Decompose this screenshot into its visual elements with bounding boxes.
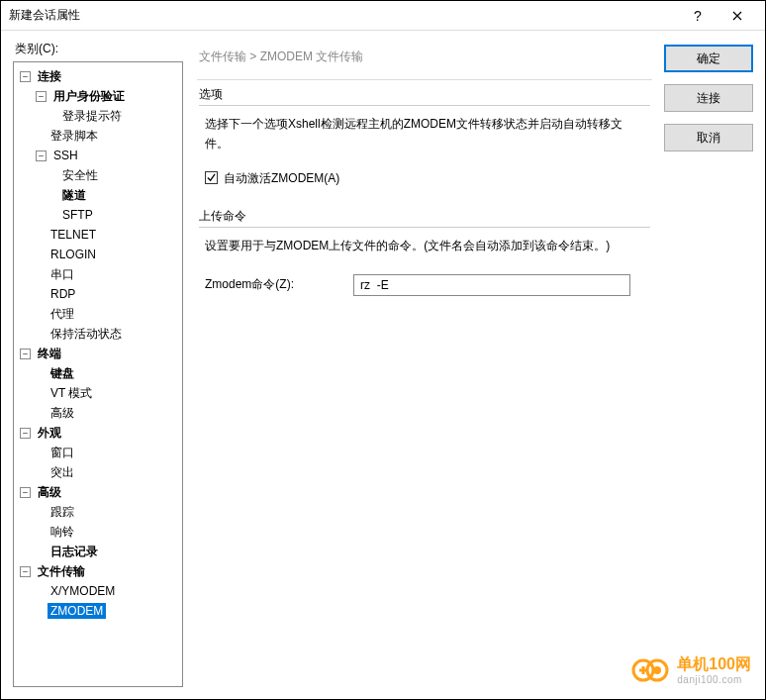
tree-item-window[interactable]: 窗口 bbox=[16, 443, 180, 462]
upload-title: 上传命令 bbox=[199, 208, 650, 227]
tree-item-trace[interactable]: 跟踪 bbox=[16, 502, 180, 522]
content: 类别(C): − 连接 − 用户身份验证 登录提示符 登录脚本 − SSH bbox=[1, 31, 765, 699]
tree-item-logging[interactable]: 日志记录 bbox=[16, 542, 180, 561]
tree-item-zmodem[interactable]: ZMODEM bbox=[16, 601, 180, 621]
tree-item-appearance[interactable]: − 外观 bbox=[16, 423, 180, 443]
watermark-line1: 单机100网 bbox=[677, 655, 751, 673]
svg-point-2 bbox=[653, 666, 661, 674]
watermark-line2: danji100.com bbox=[677, 674, 751, 686]
tree-item-keepalive[interactable]: 保持活动状态 bbox=[16, 324, 180, 344]
ok-button[interactable]: 确定 bbox=[664, 45, 753, 72]
tree-item-loginscript[interactable]: 登录脚本 bbox=[16, 126, 180, 146]
tree-item-keyboard[interactable]: 键盘 bbox=[16, 363, 180, 383]
window-title: 新建会话属性 bbox=[9, 7, 678, 24]
tree-item-rlogin[interactable]: RLOGIN bbox=[16, 245, 180, 264]
auto-activate-row[interactable]: 自动激活ZMODEM(A) bbox=[205, 168, 644, 188]
upload-desc: 设置要用于与ZMODEM上传文件的命令。(文件名会自动添加到该命令结束。) bbox=[205, 236, 644, 255]
tree-item-userauth[interactable]: − 用户身份验证 bbox=[16, 86, 180, 106]
left-panel: 类别(C): − 连接 − 用户身份验证 登录提示符 登录脚本 − SSH bbox=[13, 41, 183, 687]
breadcrumb: 文件传输 > ZMODEM 文件传输 bbox=[197, 41, 652, 80]
watermark: 单机100网 danji100.com bbox=[631, 655, 751, 685]
tree-item-terminal[interactable]: − 终端 bbox=[16, 344, 180, 363]
tree-item-ssh[interactable]: − SSH bbox=[16, 146, 180, 165]
auto-activate-label: 自动激活ZMODEM(A) bbox=[224, 168, 339, 188]
tree-item-highlight[interactable]: 突出 bbox=[16, 462, 180, 482]
tree-item-rdp[interactable]: RDP bbox=[16, 284, 180, 304]
options-title: 选项 bbox=[199, 86, 650, 105]
tree-item-tunnel[interactable]: 隧道 bbox=[16, 185, 180, 205]
options-group: 选项 选择下一个选项Xshell检测远程主机的ZMODEM文件转移状态并启动自动… bbox=[197, 86, 652, 202]
tree-item-telnet[interactable]: TELNET bbox=[16, 225, 180, 245]
tree-item-serial[interactable]: 串口 bbox=[16, 264, 180, 284]
tree-item-vtmode[interactable]: VT 模式 bbox=[16, 383, 180, 403]
tree-item-filetransfer[interactable]: − 文件传输 bbox=[16, 561, 180, 581]
main-panel: 文件传输 > ZMODEM 文件传输 选项 选择下一个选项Xshell检测远程主… bbox=[197, 41, 664, 687]
zmodem-cmd-input[interactable] bbox=[353, 274, 630, 296]
tree-item-security[interactable]: 安全性 bbox=[16, 165, 180, 185]
tree-item-sftp[interactable]: SFTP bbox=[16, 205, 180, 225]
tree-item-loginprompt[interactable]: 登录提示符 bbox=[16, 106, 180, 126]
category-label: 类别(C): bbox=[13, 41, 183, 57]
tree-item-connection[interactable]: − 连接 bbox=[16, 66, 180, 86]
titlebar: 新建会话属性 ? bbox=[1, 1, 765, 31]
category-tree[interactable]: − 连接 − 用户身份验证 登录提示符 登录脚本 − SSH 安全性 bbox=[13, 61, 183, 687]
options-desc: 选择下一个选项Xshell检测远程主机的ZMODEM文件转移状态并启动自动转移文… bbox=[205, 114, 644, 154]
connect-button[interactable]: 连接 bbox=[664, 84, 753, 112]
tree-item-proxy[interactable]: 代理 bbox=[16, 304, 180, 324]
zmodem-cmd-label: Zmodem命令(Z): bbox=[205, 274, 353, 294]
button-column: 确定 连接 取消 bbox=[664, 41, 753, 687]
watermark-logo-icon bbox=[631, 656, 671, 684]
help-icon[interactable]: ? bbox=[678, 1, 718, 31]
tree-item-advanced-term[interactable]: 高级 bbox=[16, 403, 180, 423]
tree-item-xymodem[interactable]: X/YMODEM bbox=[16, 581, 180, 601]
right-panel: 文件传输 > ZMODEM 文件传输 选项 选择下一个选项Xshell检测远程主… bbox=[183, 41, 753, 687]
tree-item-advanced[interactable]: − 高级 bbox=[16, 482, 180, 502]
checkbox-checked-icon[interactable] bbox=[205, 171, 218, 184]
close-icon[interactable] bbox=[718, 1, 757, 31]
cancel-button[interactable]: 取消 bbox=[664, 124, 753, 151]
upload-group: 上传命令 设置要用于与ZMODEM上传文件的命令。(文件名会自动添加到该命令结束… bbox=[197, 208, 652, 309]
tree-item-bell[interactable]: 响铃 bbox=[16, 522, 180, 542]
